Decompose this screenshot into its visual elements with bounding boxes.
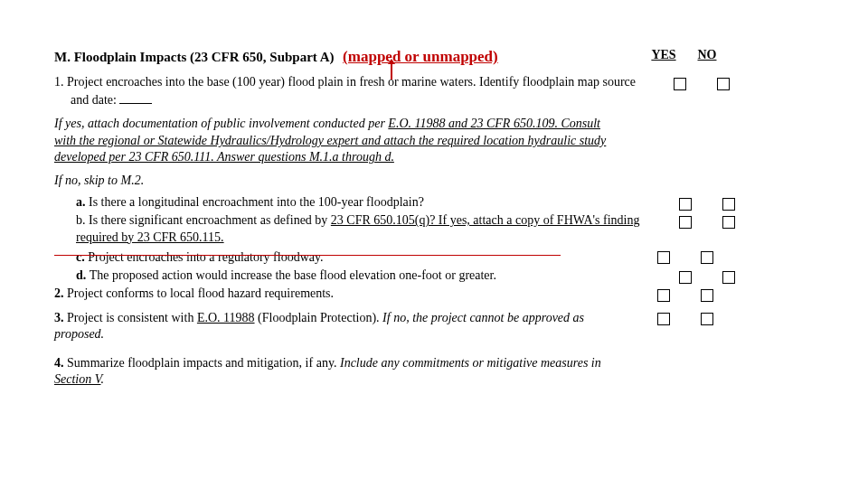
question-1d: d. The proposed action would increase th…: [54, 267, 814, 284]
mapped-annotation: (mapped or unmapped): [343, 48, 498, 65]
if-no-note: If no, skip to M.2.: [54, 173, 814, 189]
question-1: 1. Project encroaches into the base (100…: [54, 74, 814, 108]
d-lead: d.: [76, 268, 90, 282]
d-text: The proposed action would increase the b…: [90, 268, 496, 282]
q3-pre: Project is consistent with: [67, 311, 197, 324]
a-text: Is there a longitudinal encroachment int…: [89, 195, 424, 209]
q3-mid: (Floodplain Protection).: [255, 311, 383, 324]
q3-yes-checkbox[interactable]: [657, 313, 670, 325]
annotation-arrow: [391, 63, 392, 80]
question-4: 4. Summarize floodplain impacts and miti…: [54, 355, 814, 388]
q1b-yes-checkbox[interactable]: [679, 216, 692, 229]
question-1b: b. Is there significant encroachment as …: [54, 212, 814, 245]
a-lead: a.: [76, 195, 89, 209]
q3-no-checkbox[interactable]: [701, 313, 713, 325]
b-lead: b.: [76, 213, 89, 227]
q2-text: Project conforms to local flood hazard r…: [67, 286, 334, 300]
question-3: 3. Project is consistent with E.O. 11988…: [54, 310, 814, 343]
fill-blank[interactable]: [119, 90, 152, 104]
q1d-no-checkbox[interactable]: [722, 271, 735, 284]
annotation-underline: [54, 255, 561, 256]
if-yes-note: If yes, attach documentation of public i…: [54, 116, 814, 165]
col-yes: YES: [651, 48, 675, 61]
c-text: Project encroaches into a regulatory flo…: [88, 250, 323, 264]
question-1a: a. Is there a longitudinal encroachment …: [54, 194, 814, 211]
q1b-no-checkbox[interactable]: [722, 216, 735, 229]
ifyes-pre: If yes, attach documentation of public i…: [54, 117, 388, 130]
q4-text: Summarize floodplain impacts and mitigat…: [67, 356, 340, 370]
q1a-yes-checkbox[interactable]: [679, 198, 692, 211]
b-pre: Is there significant encroachment as def…: [89, 213, 331, 227]
q1a-no-checkbox[interactable]: [722, 198, 735, 211]
q4-period: .: [100, 372, 104, 386]
q1d-yes-checkbox[interactable]: [679, 271, 692, 284]
q3-lead: 3.: [54, 311, 67, 324]
q2-yes-checkbox[interactable]: [657, 289, 670, 302]
q4-link[interactable]: Section V: [54, 372, 100, 386]
q3-link[interactable]: E.O. 11988: [197, 311, 255, 324]
q2-no-checkbox[interactable]: [701, 289, 713, 302]
q4-lead: 4.: [54, 356, 67, 370]
section-title: M. Floodplain Impacts (23 CFR 650, Subpa…: [54, 50, 335, 64]
q2-lead: 2.: [54, 286, 67, 300]
question-2: 2. Project conforms to local flood hazar…: [54, 286, 814, 302]
q1b2-no-checkbox[interactable]: [701, 251, 713, 264]
q1-yes-checkbox[interactable]: [674, 78, 686, 90]
c-lead: c.: [76, 250, 88, 264]
ifno-text: If no, skip to M.2.: [54, 173, 642, 189]
q4-ital-pre: Include any commitments or mitigative me…: [340, 356, 601, 370]
col-no: NO: [698, 48, 717, 61]
q1-no-checkbox[interactable]: [717, 78, 730, 90]
section-header-row: M. Floodplain Impacts (23 CFR 650, Subpa…: [54, 47, 814, 67]
page: M. Floodplain Impacts (23 CFR 650, Subpa…: [0, 0, 868, 488]
